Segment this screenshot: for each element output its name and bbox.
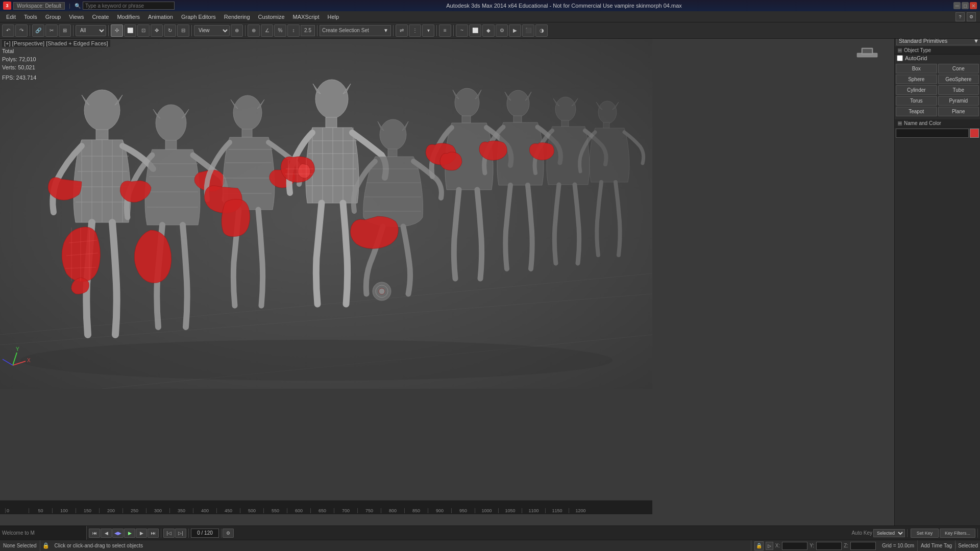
schematic-view-button[interactable]: ⬜ (469, 24, 481, 37)
plane-button[interactable]: Plane (938, 107, 979, 116)
close-button[interactable]: ✕ (970, 2, 977, 9)
tick-1050: 1050 (498, 508, 522, 513)
settings-icon[interactable]: ⚙ (967, 12, 976, 21)
autogrid-checkbox[interactable] (897, 55, 903, 61)
viewport-label[interactable]: [+] [Perspective] [Shaded + Edged Faces] (2, 40, 110, 47)
frame-counter: 0 / 120 (189, 529, 222, 538)
menu-modifiers[interactable]: Modifiers (113, 13, 144, 21)
search-input[interactable] (83, 2, 175, 10)
select-move-button[interactable]: ✥ (151, 24, 163, 37)
tick-600: 600 (287, 508, 310, 513)
object-type-collapse[interactable]: ─ (898, 48, 902, 53)
window-crossing-button[interactable]: ⊡ (137, 24, 150, 37)
object-type-section: ─ Object Type AutoGrid Box Cone Sphere G… (895, 46, 980, 117)
material-editor-button[interactable]: ◆ (482, 24, 495, 37)
abs-rel-toggle[interactable]: ▷ (766, 542, 773, 550)
svg-point-4 (84, 90, 120, 131)
snap-toggle-button[interactable]: ⊕ (248, 24, 260, 37)
menu-views[interactable]: Views (65, 13, 88, 21)
name-color-collapse[interactable]: ─ (898, 121, 902, 126)
set-key-button[interactable]: Set Key (911, 529, 939, 538)
layer-manager-button[interactable]: ≡ (439, 24, 451, 37)
menu-help[interactable]: Help (324, 13, 344, 21)
active-shade-button[interactable]: ◑ (535, 24, 548, 37)
pyramid-button[interactable]: Pyramid (938, 96, 979, 106)
tick-800: 800 (381, 508, 404, 513)
align-button[interactable]: ⋮ (409, 24, 421, 37)
x-input[interactable] (782, 542, 807, 550)
auto-key-dropdown[interactable]: Selected (873, 529, 905, 537)
menu-maxscript[interactable]: MAXScript (289, 13, 324, 21)
play-reverse-button[interactable]: ◀▶ (112, 529, 124, 538)
menu-animation[interactable]: Animation (144, 13, 177, 21)
scale-button[interactable]: ⊟ (177, 24, 189, 37)
time-config-button[interactable]: ⚙ (223, 529, 234, 538)
selection-set-dropdown[interactable]: Create Selection Set ▼ (320, 25, 391, 36)
svg-point-68 (455, 88, 479, 117)
frame-display[interactable]: 0 / 120 (191, 529, 219, 538)
mirror-button[interactable]: ⇌ (396, 24, 408, 37)
maximize-button[interactable]: □ (962, 2, 969, 9)
menu-graph-editors[interactable]: Graph Editors (177, 13, 220, 21)
tick-50: 50 (29, 508, 52, 513)
prev-key-button[interactable]: |◁ (163, 529, 175, 538)
cone-button[interactable]: Cone (938, 64, 979, 73)
timeline-bar[interactable]: 0 50 100 150 200 250 300 350 400 450 500… (0, 500, 652, 514)
ref-coord-dropdown[interactable]: View (194, 25, 230, 36)
y-input[interactable] (816, 542, 842, 550)
go-to-end-button[interactable]: ⏭ (148, 529, 159, 538)
select-region-button[interactable]: ⬜ (124, 24, 136, 37)
spinner-snap-button[interactable]: ↕ (287, 24, 300, 37)
torus-button[interactable]: Torus (896, 96, 937, 106)
bind-space-warp[interactable]: ⊞ (59, 24, 71, 37)
undo-button[interactable]: ↶ (2, 24, 14, 37)
select-link-button[interactable]: 🔗 (32, 24, 44, 37)
z-input[interactable] (850, 542, 876, 550)
object-name-input[interactable] (896, 129, 969, 138)
rotate-button[interactable]: ↻ (164, 24, 176, 37)
add-time-tag-section[interactable]: Add Time Tag (918, 540, 955, 551)
render-region-button[interactable]: ⬛ (522, 24, 534, 37)
minimize-button[interactable]: ─ (953, 2, 961, 9)
key-filters-button[interactable]: Key Filters... (940, 529, 975, 538)
angle-snap-button[interactable]: ∠ (261, 24, 273, 37)
cylinder-button[interactable]: Cylinder (896, 85, 937, 95)
snap-value[interactable]: 2.5 (301, 25, 315, 36)
selection-status: None Selected (0, 540, 40, 551)
curve-editor-button[interactable]: ~ (456, 24, 468, 37)
play-button[interactable]: ▶ (124, 529, 135, 538)
filter-dropdown[interactable]: All (76, 25, 106, 36)
sphere-button[interactable]: Sphere (896, 74, 937, 84)
svg-point-39 (315, 80, 348, 118)
object-type-header: ─ Object Type (895, 46, 980, 55)
menu-create[interactable]: Create (88, 13, 113, 21)
menu-rendering[interactable]: Rendering (220, 13, 254, 21)
box-button[interactable]: Box (896, 64, 937, 73)
use-center-button[interactable]: ⊕ (231, 24, 243, 37)
menu-edit[interactable]: Edit (2, 13, 20, 21)
prev-frame-button[interactable]: ◀ (101, 529, 112, 538)
next-key-button[interactable]: ▷| (175, 529, 186, 538)
help-icon[interactable]: ? (955, 12, 965, 21)
render-frame-button[interactable]: ▶ (509, 24, 521, 37)
percent-snap-button[interactable]: % (274, 24, 286, 37)
render-setup-button[interactable]: ⚙ (496, 24, 508, 37)
unlink-button[interactable]: ✂ (45, 24, 58, 37)
menu-tools[interactable]: Tools (20, 13, 41, 21)
go-to-start-button[interactable]: ⏮ (89, 529, 100, 538)
selection-lock-button[interactable]: 🔒 (40, 542, 52, 549)
select-object-button[interactable]: ✣ (111, 24, 123, 37)
geosphere-button[interactable]: GeoSphere (938, 74, 979, 84)
viewport-hat-icon[interactable] (854, 43, 880, 68)
next-frame-button[interactable]: ▶ (136, 529, 147, 538)
workspace-dropdown-title[interactable]: Workspace: Default (13, 2, 65, 10)
tube-button[interactable]: Tube (938, 85, 979, 95)
align-dropdown[interactable]: ▾ (422, 24, 434, 37)
main-viewport[interactable]: X Y Z (0, 39, 652, 389)
teapot-button[interactable]: Teapot (896, 107, 937, 116)
color-swatch[interactable] (970, 129, 979, 138)
redo-button[interactable]: ↷ (15, 24, 28, 37)
menu-customize[interactable]: Customize (254, 13, 289, 21)
menu-group[interactable]: Group (41, 13, 65, 21)
transform-lock-icon[interactable]: 🔒 (754, 541, 764, 550)
